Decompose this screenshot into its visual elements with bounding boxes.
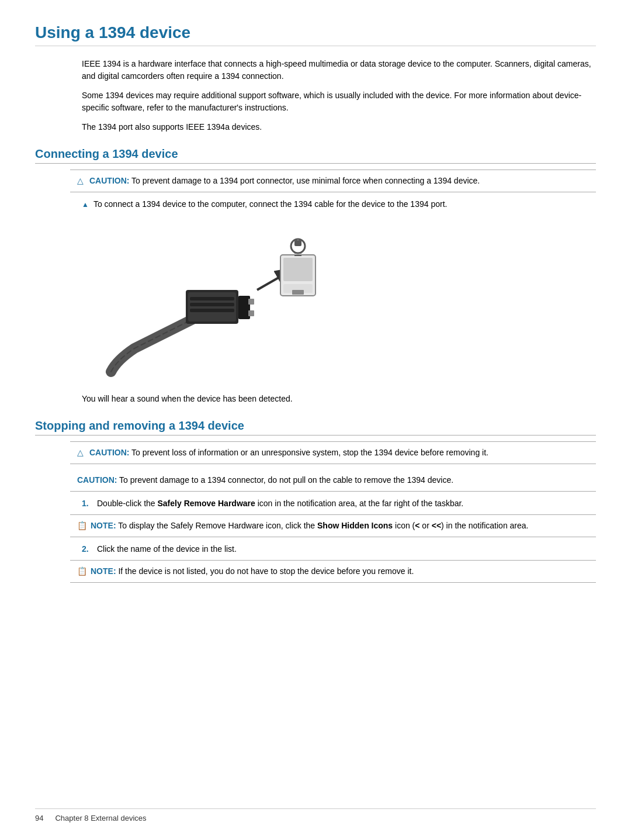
svg-rect-9: [283, 258, 313, 281]
footer-page-number: 94: [35, 814, 43, 822]
connecting-section-title: Connecting a 1394 device: [35, 147, 596, 164]
note-1-content: NOTE: To display the Safely Remove Hardw…: [91, 520, 528, 532]
bullet-triangle-icon: ▲: [82, 199, 89, 210]
footer-chapter: Chapter 8 External devices: [55, 814, 146, 822]
step-1-item: 1. Double-click the Safely Remove Hardwa…: [82, 497, 596, 510]
svg-rect-11: [292, 290, 304, 295]
step-2-number: 2.: [82, 543, 92, 555]
step-2-text: Click the name of the device in the list…: [97, 543, 237, 555]
connector-svg: [82, 220, 362, 383]
stopping-section-title: Stopping and removing a 1394 device: [35, 419, 596, 435]
step-2-item: 2. Click the name of the device in the l…: [82, 543, 596, 555]
svg-rect-6: [248, 299, 254, 305]
stopping-caution-2-text: To prevent damage to a 1394 connector, d…: [119, 475, 453, 485]
svg-rect-2: [190, 297, 234, 300]
note-icon-2: 📋: [77, 565, 87, 578]
connecting-caution-label: CAUTION: To prevent damage to a 1394 por…: [89, 175, 480, 187]
step-1-number: 1.: [82, 497, 92, 510]
footer: 94 Chapter 8 External devices: [35, 808, 596, 822]
note-2-content: NOTE: If the device is not listed, you d…: [91, 565, 414, 578]
connecting-caution-text: To prevent damage to a 1394 port connect…: [131, 176, 480, 185]
note-2-text: If the device is not listed, you do not …: [118, 566, 414, 576]
stopping-caution-1-content: CAUTION: To prevent loss of information …: [89, 447, 488, 459]
step-1-text: Double-click the Safely Remove Hardware …: [97, 497, 463, 510]
intro-paragraph-3: The 1394 port also supports IEEE 1394a d…: [82, 121, 596, 133]
note-box-2: 📋 NOTE: If the device is not listed, you…: [70, 560, 596, 583]
intro-paragraph-1: IEEE 1394 is a hardware interface that c…: [82, 58, 596, 82]
connector-image-area: [82, 220, 362, 383]
note-icon-1: 📋: [77, 520, 87, 532]
intro-paragraph-2: Some 1394 devices may require additional…: [82, 89, 596, 114]
caution-triangle-icon-2: △: [77, 447, 84, 459]
connecting-bullet-text: To connect a 1394 device to the computer…: [93, 198, 448, 210]
connecting-caution-box: △ CAUTION: To prevent damage to a 1394 p…: [70, 170, 596, 192]
page-title: Using a 1394 device: [35, 23, 596, 46]
caution-triangle-icon: △: [77, 175, 84, 187]
svg-rect-3: [190, 303, 234, 306]
note-1-text: To display the Safely Remove Hardware ic…: [118, 521, 528, 530]
stopping-caution-box-1: △ CAUTION: To prevent loss of informatio…: [70, 441, 596, 464]
note-box-1: 📋 NOTE: To display the Safely Remove Har…: [70, 514, 596, 537]
stopping-caution-box-2: CAUTION: To prevent damage to a 1394 con…: [70, 469, 596, 492]
svg-rect-13: [294, 240, 301, 246]
stopping-caution-2-content: CAUTION: To prevent damage to a 1394 con…: [77, 474, 453, 486]
connecting-bullet-item: ▲ To connect a 1394 device to the comput…: [82, 198, 596, 210]
svg-rect-4: [190, 309, 234, 312]
stopping-caution-1-text: To prevent loss of information or an unr…: [131, 448, 488, 457]
image-caption: You will hear a sound when the device ha…: [82, 393, 596, 405]
svg-rect-7: [248, 310, 254, 316]
svg-rect-1: [188, 292, 236, 322]
